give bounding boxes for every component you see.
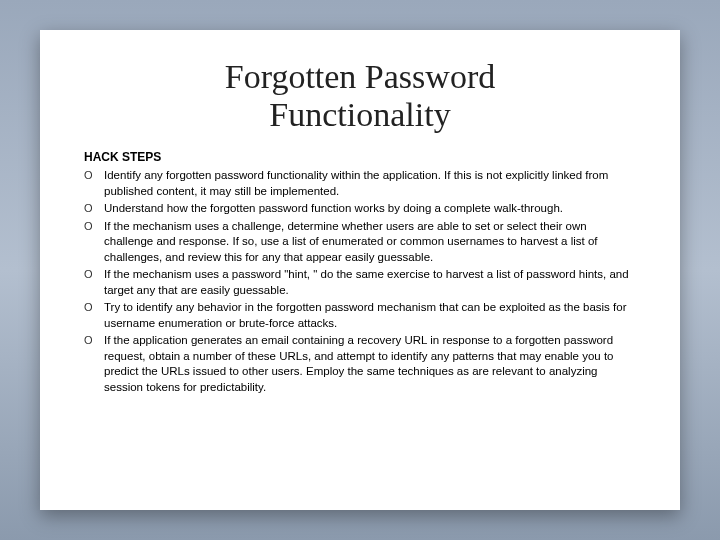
bullet-icon: O: [84, 267, 104, 280]
slide-title: Forgotten Password Functionality: [84, 58, 636, 134]
bullet-icon: O: [84, 201, 104, 214]
step-text: If the application generates an email co…: [104, 333, 636, 395]
step-text: Try to identify any behavior in the forg…: [104, 300, 636, 331]
bullet-icon: O: [84, 300, 104, 313]
slide-background: Forgotten Password Functionality HACK ST…: [0, 0, 720, 540]
step-text: If the mechanism uses a password "hint, …: [104, 267, 636, 298]
step-text: If the mechanism uses a challenge, deter…: [104, 219, 636, 266]
section-label: HACK STEPS: [84, 150, 636, 164]
step-text: Identify any forgotten password function…: [104, 168, 636, 199]
list-item: O If the mechanism uses a challenge, det…: [84, 219, 636, 266]
list-item: O Understand how the forgotten password …: [84, 201, 636, 217]
list-item: O Try to identify any behavior in the fo…: [84, 300, 636, 331]
step-text: Understand how the forgotten password fu…: [104, 201, 636, 217]
title-line-2: Functionality: [269, 96, 450, 133]
title-line-1: Forgotten Password: [225, 58, 495, 95]
steps-list: O Identify any forgotten password functi…: [84, 168, 636, 395]
bullet-icon: O: [84, 219, 104, 232]
bullet-icon: O: [84, 333, 104, 346]
list-item: O If the mechanism uses a password "hint…: [84, 267, 636, 298]
bullet-icon: O: [84, 168, 104, 181]
list-item: O If the application generates an email …: [84, 333, 636, 395]
slide-card: Forgotten Password Functionality HACK ST…: [40, 30, 680, 510]
list-item: O Identify any forgotten password functi…: [84, 168, 636, 199]
